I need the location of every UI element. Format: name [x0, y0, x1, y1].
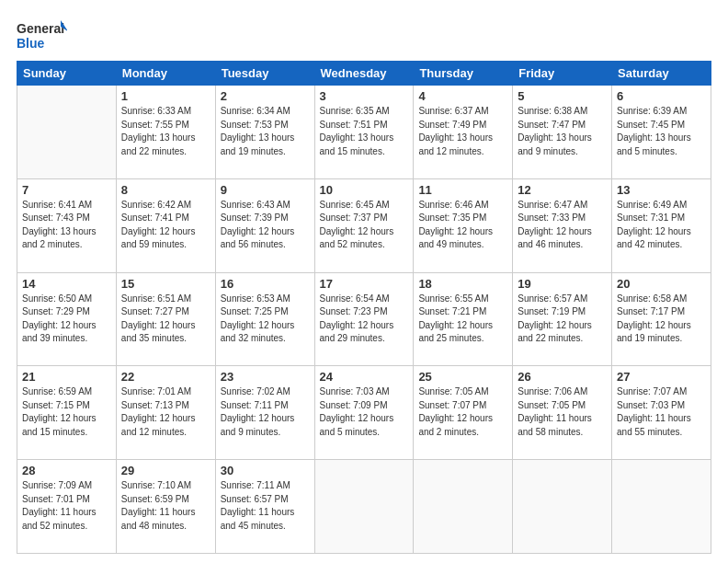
calendar-cell: 8Sunrise: 6:42 AM Sunset: 7:41 PM Daylig…: [116, 178, 215, 272]
calendar-cell: 15Sunrise: 6:51 AM Sunset: 7:27 PM Dayli…: [116, 272, 215, 366]
day-info: Sunrise: 6:47 AM Sunset: 7:33 PM Dayligh…: [518, 199, 607, 252]
day-info: Sunrise: 6:59 AM Sunset: 7:15 PM Dayligh…: [22, 385, 111, 439]
day-info: Sunrise: 6:46 AM Sunset: 7:35 PM Dayligh…: [418, 199, 507, 252]
day-number: 25: [418, 370, 507, 384]
day-info: Sunrise: 6:45 AM Sunset: 7:37 PM Dayligh…: [320, 199, 409, 252]
day-info: Sunrise: 6:53 AM Sunset: 7:25 PM Dayligh…: [221, 293, 310, 346]
day-info: Sunrise: 6:37 AM Sunset: 7:49 PM Dayligh…: [418, 105, 507, 158]
day-number: 28: [22, 464, 111, 477]
calendar-cell: 16Sunrise: 6:53 AM Sunset: 7:25 PM Dayli…: [215, 272, 314, 366]
day-number: 11: [418, 183, 507, 197]
day-number: 14: [22, 277, 111, 291]
day-number: 7: [22, 183, 111, 197]
day-info: Sunrise: 7:09 AM Sunset: 7:01 PM Dayligh…: [22, 479, 111, 533]
calendar-cell: 10Sunrise: 6:45 AM Sunset: 7:37 PM Dayli…: [314, 178, 414, 272]
col-header-thursday: Thursday: [414, 62, 513, 86]
calendar-cell: 13Sunrise: 6:49 AM Sunset: 7:31 PM Dayli…: [612, 178, 711, 272]
col-header-tuesday: Tuesday: [215, 62, 314, 86]
week-row-2: 7Sunrise: 6:41 AM Sunset: 7:43 PM Daylig…: [17, 178, 711, 272]
day-info: Sunrise: 6:49 AM Sunset: 7:31 PM Dayligh…: [617, 199, 706, 252]
day-number: 22: [121, 370, 210, 384]
calendar-cell: [612, 460, 711, 554]
header: General Blue: [17, 17, 711, 53]
day-info: Sunrise: 6:41 AM Sunset: 7:43 PM Dayligh…: [22, 199, 111, 252]
calendar-cell: 28Sunrise: 7:09 AM Sunset: 7:01 PM Dayli…: [17, 460, 117, 554]
day-number: 20: [617, 277, 706, 291]
day-info: Sunrise: 7:03 AM Sunset: 7:09 PM Dayligh…: [320, 385, 409, 439]
col-header-saturday: Saturday: [612, 62, 711, 86]
day-info: Sunrise: 6:33 AM Sunset: 7:55 PM Dayligh…: [121, 105, 210, 158]
col-header-monday: Monday: [116, 62, 215, 86]
calendar-cell: 6Sunrise: 6:39 AM Sunset: 7:45 PM Daylig…: [612, 86, 711, 179]
day-number: 19: [518, 277, 607, 291]
page: General Blue SundayMondayTuesdayWednesda…: [0, 0, 728, 563]
week-row-4: 21Sunrise: 6:59 AM Sunset: 7:15 PM Dayli…: [17, 366, 711, 460]
calendar-cell: [314, 460, 414, 554]
day-info: Sunrise: 6:50 AM Sunset: 7:29 PM Dayligh…: [22, 293, 111, 346]
calendar-cell: 24Sunrise: 7:03 AM Sunset: 7:09 PM Dayli…: [314, 366, 414, 460]
calendar-cell: 14Sunrise: 6:50 AM Sunset: 7:29 PM Dayli…: [17, 272, 117, 366]
day-number: 30: [221, 464, 310, 477]
day-number: 2: [221, 89, 310, 103]
day-info: Sunrise: 7:07 AM Sunset: 7:03 PM Dayligh…: [617, 385, 706, 439]
day-number: 8: [121, 183, 210, 197]
day-number: 16: [221, 277, 310, 291]
calendar-cell: 17Sunrise: 6:54 AM Sunset: 7:23 PM Dayli…: [314, 272, 414, 366]
calendar-cell: 5Sunrise: 6:38 AM Sunset: 7:47 PM Daylig…: [513, 86, 612, 179]
day-number: 29: [121, 464, 210, 477]
svg-text:Blue: Blue: [17, 36, 45, 51]
calendar-cell: 26Sunrise: 7:06 AM Sunset: 7:05 PM Dayli…: [513, 366, 612, 460]
calendar-table: SundayMondayTuesdayWednesdayThursdayFrid…: [17, 61, 711, 554]
day-number: 21: [22, 370, 111, 384]
logo-svg: General Blue: [17, 17, 67, 53]
week-row-5: 28Sunrise: 7:09 AM Sunset: 7:01 PM Dayli…: [17, 460, 711, 554]
calendar-cell: 20Sunrise: 6:58 AM Sunset: 7:17 PM Dayli…: [612, 272, 711, 366]
calendar-cell: 7Sunrise: 6:41 AM Sunset: 7:43 PM Daylig…: [17, 178, 117, 272]
day-number: 5: [518, 89, 607, 103]
day-info: Sunrise: 6:57 AM Sunset: 7:19 PM Dayligh…: [518, 293, 607, 346]
day-info: Sunrise: 6:38 AM Sunset: 7:47 PM Dayligh…: [518, 105, 607, 158]
calendar-cell: 27Sunrise: 7:07 AM Sunset: 7:03 PM Dayli…: [612, 366, 711, 460]
week-row-3: 14Sunrise: 6:50 AM Sunset: 7:29 PM Dayli…: [17, 272, 711, 366]
calendar-cell: 19Sunrise: 6:57 AM Sunset: 7:19 PM Dayli…: [513, 272, 612, 366]
day-info: Sunrise: 6:43 AM Sunset: 7:39 PM Dayligh…: [221, 199, 310, 252]
day-number: 6: [617, 89, 706, 103]
calendar-cell: 30Sunrise: 7:11 AM Sunset: 6:57 PM Dayli…: [215, 460, 314, 554]
day-number: 23: [221, 370, 310, 384]
column-headers: SundayMondayTuesdayWednesdayThursdayFrid…: [17, 62, 711, 86]
week-row-1: 1Sunrise: 6:33 AM Sunset: 7:55 PM Daylig…: [17, 86, 711, 179]
day-number: 24: [320, 370, 409, 384]
calendar-cell: 4Sunrise: 6:37 AM Sunset: 7:49 PM Daylig…: [414, 86, 513, 179]
col-header-wednesday: Wednesday: [314, 62, 414, 86]
calendar-cell: 21Sunrise: 6:59 AM Sunset: 7:15 PM Dayli…: [17, 366, 117, 460]
day-info: Sunrise: 6:55 AM Sunset: 7:21 PM Dayligh…: [418, 293, 507, 346]
day-info: Sunrise: 7:06 AM Sunset: 7:05 PM Dayligh…: [518, 385, 607, 439]
calendar-cell: 25Sunrise: 7:05 AM Sunset: 7:07 PM Dayli…: [414, 366, 513, 460]
day-info: Sunrise: 6:54 AM Sunset: 7:23 PM Dayligh…: [320, 293, 409, 346]
day-info: Sunrise: 6:35 AM Sunset: 7:51 PM Dayligh…: [320, 105, 409, 158]
svg-text:General: General: [17, 21, 64, 36]
day-number: 27: [617, 370, 706, 384]
logo: General Blue: [17, 17, 67, 53]
day-info: Sunrise: 6:39 AM Sunset: 7:45 PM Dayligh…: [617, 105, 706, 158]
calendar-cell: 11Sunrise: 6:46 AM Sunset: 7:35 PM Dayli…: [414, 178, 513, 272]
day-number: 18: [418, 277, 507, 291]
day-number: 10: [320, 183, 409, 197]
day-info: Sunrise: 6:42 AM Sunset: 7:41 PM Dayligh…: [121, 199, 210, 252]
calendar-cell: 29Sunrise: 7:10 AM Sunset: 6:59 PM Dayli…: [116, 460, 215, 554]
day-number: 26: [518, 370, 607, 384]
calendar-body: 1Sunrise: 6:33 AM Sunset: 7:55 PM Daylig…: [17, 86, 711, 554]
day-info: Sunrise: 6:34 AM Sunset: 7:53 PM Dayligh…: [221, 105, 310, 158]
calendar-cell: 1Sunrise: 6:33 AM Sunset: 7:55 PM Daylig…: [116, 86, 215, 179]
calendar-cell: [17, 86, 117, 179]
calendar-cell: [414, 460, 513, 554]
calendar-cell: 22Sunrise: 7:01 AM Sunset: 7:13 PM Dayli…: [116, 366, 215, 460]
day-info: Sunrise: 7:10 AM Sunset: 6:59 PM Dayligh…: [121, 479, 210, 533]
day-number: 1: [121, 89, 210, 103]
calendar-cell: [513, 460, 612, 554]
day-number: 15: [121, 277, 210, 291]
day-info: Sunrise: 7:01 AM Sunset: 7:13 PM Dayligh…: [121, 385, 210, 439]
day-number: 12: [518, 183, 607, 197]
day-info: Sunrise: 7:05 AM Sunset: 7:07 PM Dayligh…: [418, 385, 507, 439]
day-number: 13: [617, 183, 706, 197]
